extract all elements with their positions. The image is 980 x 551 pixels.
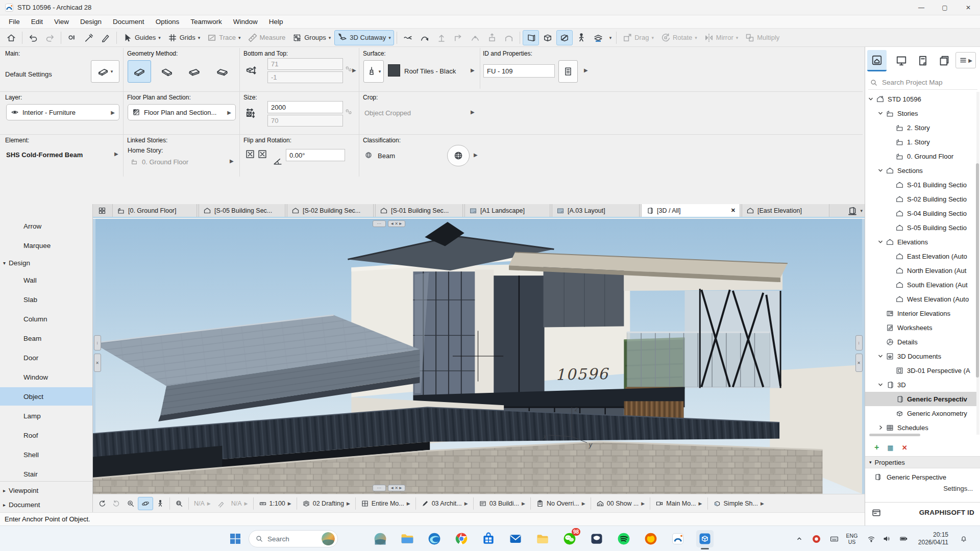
box-view-button[interactable]: [540, 30, 556, 45]
adjust-button[interactable]: [416, 30, 433, 45]
toolbox-group-viewpoint[interactable]: ▸Viewpoint: [0, 483, 92, 497]
tree-item-s-05-building-sectio[interactable]: S-05 Building Sectio: [865, 220, 976, 235]
tree-item-elevations[interactable]: Elevations: [865, 235, 976, 249]
tool-stair[interactable]: Stair: [0, 465, 92, 483]
toolbox-group-document[interactable]: ▸Document: [0, 497, 92, 512]
renovation-filter-dropdown[interactable]: 00 Show ...▶: [593, 497, 648, 510]
tray-battery-icon[interactable]: [896, 526, 911, 551]
tool-window[interactable]: Window: [0, 368, 92, 386]
element-id-field[interactable]: FU - 109: [483, 64, 555, 78]
3d-style-dropdown[interactable]: Simple Sh...▶: [710, 497, 767, 510]
tray-clock[interactable]: 20:15 2026/04/11: [918, 526, 948, 551]
home-story-value[interactable]: 0. Ground Floor: [142, 158, 188, 166]
tab-close-icon[interactable]: ✕: [731, 207, 736, 214]
inject-parameters-button[interactable]: [81, 30, 97, 45]
tree-item-3d[interactable]: 3D: [865, 378, 976, 392]
cutaway-handle-left[interactable]: ✕: [94, 354, 101, 372]
size-height-field[interactable]: 70: [267, 115, 343, 127]
arch-edit-button[interactable]: [501, 30, 517, 45]
tree-item-2-story[interactable]: 2. Story: [865, 120, 976, 135]
tab-6[interactable]: [A.03 Layout]: [552, 204, 640, 217]
menu-document[interactable]: Document: [107, 16, 150, 27]
transfer-parameters-button[interactable]: [97, 30, 114, 45]
orbit-button[interactable]: [138, 497, 153, 510]
taskbar-mail[interactable]: [507, 530, 524, 547]
tree-item-west-elevation-auto[interactable]: West Elevation (Auto: [865, 292, 976, 306]
project-map-tab[interactable]: [867, 50, 887, 71]
tab-7[interactable]: [3D / All]✕: [641, 204, 740, 217]
menu-edit[interactable]: Edit: [26, 16, 48, 27]
tray-keyboard-icon[interactable]: [827, 526, 841, 551]
undo-button[interactable]: [25, 30, 41, 45]
redo-button[interactable]: [42, 30, 58, 45]
link-icon[interactable]: [345, 65, 352, 72]
size-link-icon[interactable]: [345, 108, 352, 115]
model-view-dropdown[interactable]: 03 Buildi...▶: [476, 497, 528, 510]
tree-hscrollbar[interactable]: [869, 434, 920, 436]
graphisoft-id-bar[interactable]: GRAPHISOFT ID: [865, 502, 980, 522]
id-expand-arrow[interactable]: ▶: [584, 67, 588, 73]
start-button[interactable]: [227, 531, 243, 547]
tree-item-s-04-building-sectio[interactable]: S-04 Building Sectio: [865, 206, 976, 220]
element-expand-arrow[interactable]: ▶: [114, 151, 118, 157]
mirror-button[interactable]: Mirror▾: [701, 30, 741, 45]
classification-expand-arrow[interactable]: ▶: [474, 152, 478, 158]
taskbar-widget-image[interactable]: [372, 530, 389, 547]
tree-item-east-elevation-auto[interactable]: East Elevation (Auto: [865, 249, 976, 263]
tray-volume-icon[interactable]: [880, 526, 893, 551]
flip-h-icon[interactable]: [245, 149, 255, 159]
taskbar-edge[interactable]: [426, 530, 443, 547]
tab-2[interactable]: [S-05 Building Sec...: [199, 204, 285, 217]
bottom-offset-field[interactable]: -1: [267, 71, 343, 83]
tree-item-0-ground-floor[interactable]: 0. Ground Floor: [865, 149, 976, 163]
chevron-right-icon[interactable]: [877, 424, 884, 431]
publisher-tab[interactable]: [935, 50, 954, 71]
box-stretch-button[interactable]: [484, 30, 500, 45]
3d-cutaway-button[interactable]: 3D Cutaway▾: [334, 30, 394, 45]
cutaway-view-button[interactable]: [556, 30, 573, 45]
multiply-button[interactable]: Multiply: [742, 30, 782, 45]
tree-item-1-story[interactable]: 1. Story: [865, 135, 976, 149]
geometry-method-4[interactable]: [210, 60, 234, 83]
zoom-in-button[interactable]: [124, 497, 138, 510]
cutaway-handle-grip-right[interactable]: ⁞: [855, 335, 863, 350]
tab-3d-nav-icon[interactable]: [847, 206, 857, 216]
tray-chevron-up[interactable]: [793, 526, 805, 551]
tree-item-schedules[interactable]: Schedules: [865, 420, 976, 435]
chevron-down-icon[interactable]: [877, 167, 884, 173]
taskbar-chrome[interactable]: [453, 530, 470, 547]
tool-beam[interactable]: Beam: [0, 329, 92, 347]
size-width-field[interactable]: 2000: [267, 101, 343, 113]
delete-viewpoint-button[interactable]: ✕: [902, 444, 908, 452]
tree-item-worksheets[interactable]: Worksheets: [865, 320, 976, 335]
3d-projection-dropdown[interactable]: Main Mo...▶: [652, 497, 705, 510]
cutaway-handle-grip-bottom[interactable]: ⋯: [373, 485, 386, 491]
menu-options[interactable]: Options: [150, 16, 185, 27]
cutaway-handle-bottom[interactable]: ◄✕►: [388, 485, 405, 491]
tree-item-north-elevation-aut[interactable]: North Elevation (Aut: [865, 263, 976, 278]
layer-selector[interactable]: Interior - Furniture ▶: [6, 104, 119, 120]
settings-link[interactable]: Settings...: [943, 485, 973, 492]
default-settings-button[interactable]: ▾: [91, 60, 119, 83]
geometry-method-straight[interactable]: [128, 60, 151, 83]
taskbar-search[interactable]: Search: [249, 530, 338, 547]
menu-window[interactable]: Window: [228, 16, 263, 27]
taskbar-spotify[interactable]: [615, 530, 632, 547]
view-map-tab[interactable]: [892, 50, 911, 71]
home-button[interactable]: [3, 30, 19, 45]
geometry-method-2[interactable]: [155, 60, 179, 83]
pick-up-parameters-button[interactable]: [64, 30, 80, 45]
tool-column[interactable]: Column: [0, 310, 92, 328]
drag-button[interactable]: Drag▾: [619, 30, 657, 45]
bottom-top-expand-arrow[interactable]: ▶: [352, 67, 356, 73]
default-settings-label[interactable]: Default Settings: [5, 70, 52, 78]
cutaway-handle-grip-left[interactable]: ⁞: [94, 335, 101, 350]
properties-header[interactable]: ▾ Properties: [865, 456, 980, 468]
tree-item-std-10596[interactable]: STD 10596: [865, 92, 976, 106]
tree-item-3d-documents[interactable]: 3D Documents: [865, 349, 976, 363]
toolbar-dropdown-arrow[interactable]: ▾: [607, 35, 614, 40]
surface-swatch[interactable]: [388, 64, 400, 77]
tool-wall[interactable]: Wall: [0, 271, 92, 289]
edit-corner-button[interactable]: [450, 30, 467, 45]
crop-expand-arrow[interactable]: ▶: [471, 109, 475, 115]
